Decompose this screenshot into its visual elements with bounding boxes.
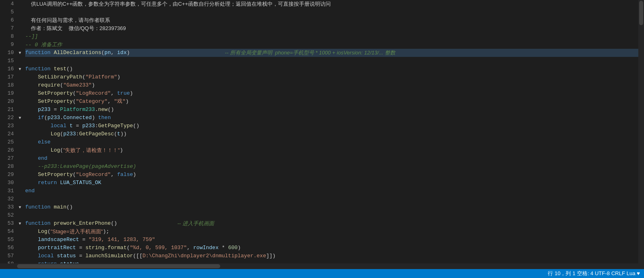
code-line-18: require ( "Game233" ) — [25, 81, 644, 89]
code-line-56: portraitRect = string . format ( "%d, 0,… — [25, 244, 644, 252]
code-line-33: function main () — [25, 203, 644, 211]
code-line-52 — [25, 211, 644, 219]
code-line-10: function AllDeclarations ( pn , idx ) --… — [25, 49, 644, 57]
code-line-53: function prework_EnterPhone () -- 进入手机画面 — [25, 219, 644, 228]
code-line-29: SetProperty ( "LogRecord" , false ) — [25, 171, 644, 179]
code-line-23: local t = p233 : GetPageType () — [25, 122, 644, 130]
code-line-24: Log ( p233 : GetPageDesc ( t )) — [25, 130, 644, 138]
code-line-27: end — [25, 154, 644, 163]
code-line-21: p233 = Platform233 . new () — [25, 106, 644, 114]
code-editor: 4 5 6 7 8 9 10 15 16 17 18 19 20 21 22 2… — [0, 0, 644, 278]
code-content[interactable]: 供LUA调用的C++函数，参数全为字符串参数，可任意多个，由C++函数自行分析处… — [23, 0, 644, 263]
scrollbar-thumb[interactable] — [639, 1, 643, 25]
code-line-54: Log ( "Stage=进入手机画面" ); — [25, 228, 644, 236]
code-line-28: --p233:LeavePage(pageAdvertise) — [25, 163, 644, 171]
code-line-58: return status — [25, 260, 644, 263]
code-line-20: SetProperty ( "Category" , "戏" ) — [25, 98, 644, 106]
code-area[interactable]: 4 5 6 7 8 9 10 15 16 17 18 19 20 21 22 2… — [0, 0, 644, 263]
code-line-19: SetProperty ( "LogRecord" , true ) — [25, 89, 644, 98]
fold-button-33[interactable]: ▼ — [17, 203, 23, 211]
fold-button-53[interactable]: ▼ — [17, 219, 23, 228]
fold-button-10[interactable]: ▼ — [17, 49, 23, 57]
code-line-57: local status = launchSimulator ([[ D:\Ch… — [25, 252, 644, 260]
horizontal-scrollbar[interactable] — [0, 263, 644, 269]
fold-button-22[interactable]: ▼ — [17, 114, 23, 122]
code-line-16: function test () — [25, 65, 644, 73]
code-line-8: --]] — [25, 33, 644, 41]
horizontal-scrollbar-thumb[interactable] — [17, 264, 220, 268]
status-right: 行 10，列 1 空格: 4 UTF-8 CRLF Lua ♥ — [548, 270, 640, 277]
vertical-scrollbar[interactable] — [638, 0, 644, 263]
code-line-25: else — [25, 138, 644, 146]
code-line-26: Log ( "失败了，请检查！！！" ) — [25, 146, 644, 154]
line-numbers: 4 5 6 7 8 9 10 15 16 17 18 19 20 21 22 2… — [0, 0, 17, 263]
code-line-6: 有任何问题与需求，请与作者联系 — [25, 16, 644, 24]
gutter: ▼ ▼ ▼ ▼ ▼ — [17, 0, 23, 263]
code-line-7: 作者：陈斌文 微信/QQ号：282397369 — [25, 24, 644, 33]
code-line-22: if ( p233 . Connected ) then — [25, 114, 644, 122]
code-line-5 — [25, 8, 644, 16]
code-line-9: -- 0 准备工作 — [25, 41, 644, 49]
code-line-4: 供LUA调用的C++函数，参数全为字符串参数，可任意多个，由C++函数自行分析处… — [25, 0, 644, 8]
fold-button-16[interactable]: ▼ — [17, 65, 23, 73]
code-line-17: SetLibraryPath ( "Platform" ) — [25, 73, 644, 81]
code-line-15 — [25, 57, 644, 65]
code-line-55: landscapeRect = "319, 141, 1283, 759" — [25, 236, 644, 244]
code-line-32 — [25, 195, 644, 203]
code-line-30: return LUA_STATUS_OK — [25, 179, 644, 187]
status-bar: 行 10，列 1 空格: 4 UTF-8 CRLF Lua ♥ — [0, 269, 644, 278]
code-line-31: end — [25, 187, 644, 195]
